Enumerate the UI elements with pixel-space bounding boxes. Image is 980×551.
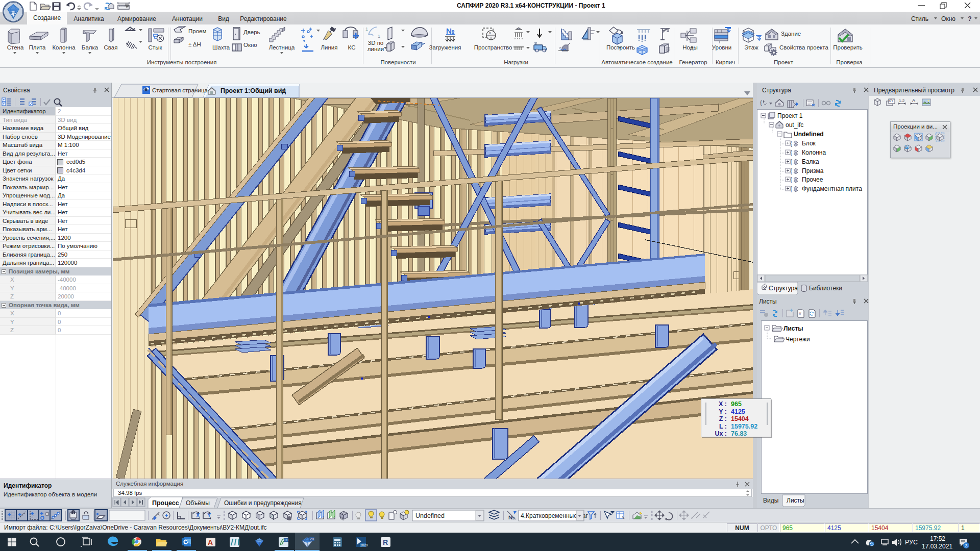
svg-text:A: A xyxy=(208,538,213,546)
svg-text:2020: 2020 xyxy=(360,543,368,547)
svg-text:out_ifc: out_ifc xyxy=(786,121,803,129)
svg-text:Фундаментная плита: Фундаментная плита xyxy=(802,185,862,192)
svg-text:A: A xyxy=(912,98,915,103)
svg-text:17:52: 17:52 xyxy=(930,535,945,542)
svg-text:Структура: Структура xyxy=(769,285,798,292)
svg-text:№: № xyxy=(508,514,514,520)
svg-text:{: { xyxy=(760,99,762,106)
svg-text:20: 20 xyxy=(310,537,314,541)
svg-text:X: X xyxy=(196,512,200,518)
svg-text:{: { xyxy=(790,149,792,156)
svg-text:Объёмы: Объёмы xyxy=(186,499,210,507)
svg-text:20: 20 xyxy=(284,538,288,542)
svg-text:Процесс: Процесс xyxy=(152,499,179,507)
svg-text:Балка: Балка xyxy=(802,158,819,165)
svg-text:№: № xyxy=(446,27,455,35)
svg-text:Колонна: Колонна xyxy=(802,149,826,156)
svg-text:{: { xyxy=(790,158,792,165)
svg-text:Листы: Листы xyxy=(787,497,804,504)
svg-text:1: 1 xyxy=(365,27,368,32)
svg-text:3: 3 xyxy=(965,543,968,548)
svg-text:Undefined: Undefined xyxy=(415,512,445,519)
svg-text:Призма: Призма xyxy=(802,167,824,174)
svg-text:Виды: Виды xyxy=(763,497,778,504)
svg-text:Проект 1: Проект 1 xyxy=(777,112,803,119)
svg-text:#: # xyxy=(799,311,801,316)
svg-text:{: { xyxy=(790,185,792,192)
svg-text:Стартовая страница: Стартовая страница xyxy=(152,87,208,93)
svg-text:{: { xyxy=(790,140,792,147)
svg-text:17.03.2021: 17.03.2021 xyxy=(922,543,952,550)
svg-text:Undefined: Undefined xyxy=(794,131,824,138)
svg-text:Проект 1:Общий вид: Проект 1:Общий вид xyxy=(220,87,286,94)
svg-text:Чертежи: Чертежи xyxy=(786,336,810,343)
svg-text:Y: Y xyxy=(207,512,211,518)
svg-text:Листы: Листы xyxy=(783,325,803,332)
svg-text:1.2: 1.2 xyxy=(899,98,905,103)
svg-text:Библиотеки: Библиотеки xyxy=(809,285,842,292)
svg-text:РУС: РУС xyxy=(905,539,918,546)
svg-text:x: x xyxy=(489,31,491,35)
svg-text:{: { xyxy=(790,176,792,183)
svg-text:{: { xyxy=(790,167,792,174)
svg-text:R: R xyxy=(383,538,388,546)
svg-text:XY: XY xyxy=(889,99,894,103)
svg-text:1: 1 xyxy=(378,34,380,39)
svg-text:Ошибки и предупреждения: Ошибки и предупреждения xyxy=(224,499,302,507)
svg-text:Прочее: Прочее xyxy=(802,176,823,183)
svg-text:Блок: Блок xyxy=(802,140,816,147)
